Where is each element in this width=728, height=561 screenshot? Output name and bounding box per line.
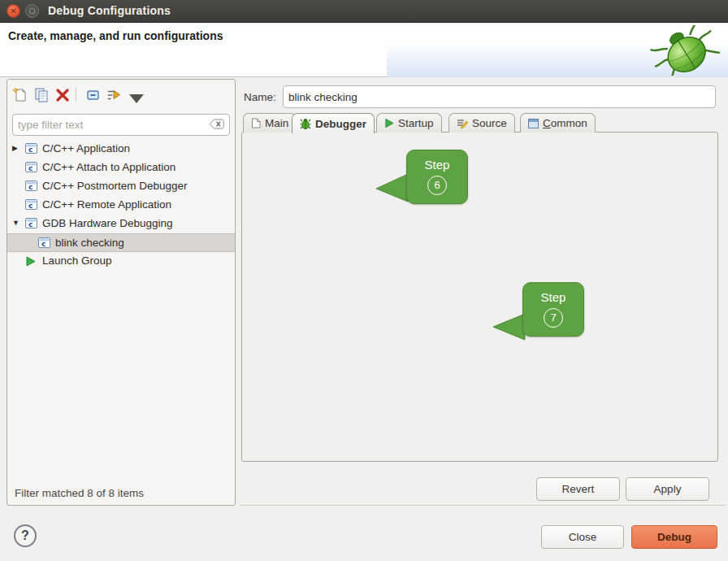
tree-item-cpp-attach[interactable]: c C/C++ Attach to Application <box>7 159 235 177</box>
expand-expanded-icon[interactable]: ▼ <box>12 219 20 227</box>
delete-icon[interactable] <box>54 87 71 103</box>
svg-text:c: c <box>41 240 46 248</box>
tree-item-blink-checking[interactable]: c blink checking <box>7 233 235 252</box>
tab-source[interactable]: Source <box>448 113 515 133</box>
debugger-tab-content <box>241 132 718 462</box>
play-icon <box>384 118 394 128</box>
tab-common[interactable]: Common <box>520 113 596 133</box>
maximize-icon[interactable] <box>25 4 39 18</box>
configurations-panel: ▶ c C/C++ Application c C/C++ Attach to … <box>6 79 236 506</box>
clear-filter-icon[interactable] <box>209 118 225 130</box>
step7-callout-arrow <box>492 311 526 343</box>
new-configuration-icon[interactable] <box>12 87 28 103</box>
tab-debugger[interactable]: Debugger <box>292 113 375 133</box>
duplicate-icon[interactable] <box>33 87 50 103</box>
page-title: Create, manage, and run configurations <box>8 29 223 42</box>
expand-collapsed-icon[interactable]: ▶ <box>12 144 18 152</box>
c-application-icon: c <box>25 180 37 191</box>
c-application-icon: c <box>25 143 37 154</box>
bug-logo-icon <box>647 25 722 76</box>
c-application-icon: c <box>25 162 37 172</box>
c-application-icon: c <box>25 218 37 228</box>
apply-button[interactable]: Apply <box>626 477 709 501</box>
debug-button[interactable]: Debug <box>631 525 717 549</box>
close-icon[interactable]: ✕ <box>6 4 20 18</box>
page-icon <box>251 118 261 128</box>
debug-bug-icon <box>300 118 311 129</box>
step7-callout: Step 7 <box>522 282 584 337</box>
help-button[interactable]: ? <box>14 524 37 547</box>
toolbar-separator <box>76 87 76 102</box>
step6-callout-arrow <box>375 169 409 205</box>
svg-text:c: c <box>28 146 32 154</box>
tree-item-launch-group[interactable]: Launch Group <box>7 252 235 271</box>
tree-item-cpp-remote[interactable]: c C/C++ Remote Application <box>7 196 235 215</box>
tree-item-cpp-application[interactable]: ▶ c C/C++ Application <box>7 140 235 159</box>
dialog-header: Create, manage, and run configurations <box>0 24 728 77</box>
titlebar: ✕ Debug Configurations <box>0 0 728 23</box>
menu-dropdown-icon[interactable] <box>129 91 145 107</box>
launch-group-icon <box>25 256 36 267</box>
filter-status-text: Filter matched 8 of 8 items <box>15 487 144 499</box>
revert-button[interactable]: Revert <box>536 477 620 501</box>
tree-item-cpp-postmortem[interactable]: c C/C++ Postmortem Debugger <box>7 177 235 196</box>
name-input[interactable] <box>283 85 716 108</box>
c-application-icon: c <box>25 199 37 210</box>
filter-icon[interactable] <box>106 87 123 103</box>
filter-input[interactable] <box>12 114 230 136</box>
tab-main[interactable]: Main <box>243 113 297 133</box>
source-icon <box>457 118 468 128</box>
window-title: Debug Configurations <box>48 4 171 17</box>
close-button[interactable]: Close <box>541 525 624 549</box>
step6-callout: Step 6 <box>406 150 468 204</box>
collapse-all-icon[interactable] <box>85 87 102 103</box>
debug-configurations-dialog: ✕ Debug Configurations Create, manage, a… <box>0 0 728 561</box>
tree-item-gdb-hardware-debugging[interactable]: ▼ c GDB Hardware Debugging <box>7 215 235 233</box>
c-application-icon: c <box>38 237 50 248</box>
window-icon <box>528 119 539 128</box>
svg-text:c: c <box>28 183 32 191</box>
name-label: Name: <box>244 91 276 103</box>
tab-startup[interactable]: Startup <box>376 113 442 133</box>
configuration-tree: ▶ c C/C++ Application c C/C++ Attach to … <box>7 140 235 271</box>
svg-text:c: c <box>28 164 32 172</box>
footer-separator <box>240 505 726 506</box>
svg-text:c: c <box>28 202 32 210</box>
svg-text:c: c <box>28 220 32 228</box>
